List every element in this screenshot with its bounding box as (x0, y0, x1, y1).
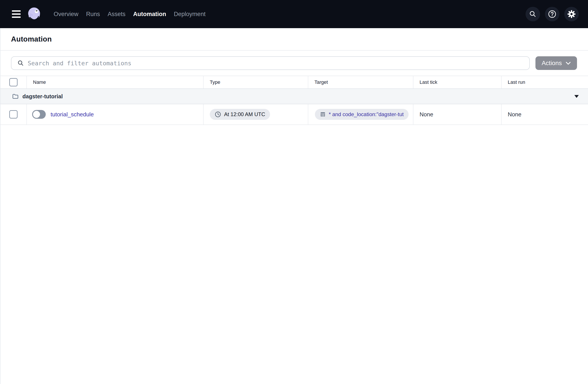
last-tick-value: None (420, 111, 433, 118)
column-header-name: Name (27, 76, 204, 88)
automation-toolbar: Actions (0, 51, 588, 76)
row-name-cell: tutorial_schedule (27, 104, 204, 125)
select-all-checkbox[interactable] (9, 78, 18, 86)
main-content: Automation Actions (0, 28, 588, 384)
automation-name-link[interactable]: tutorial_schedule (51, 111, 94, 118)
last-run-value: None (508, 111, 521, 118)
asset-table-icon (320, 111, 326, 117)
nav-item-automation[interactable]: Automation (133, 9, 166, 19)
row-last-tick-cell: None (413, 104, 502, 125)
row-checkbox-cell (0, 104, 27, 125)
row-target-cell: * and code_location:"dagster-tut (308, 104, 413, 125)
help-button[interactable] (545, 7, 559, 21)
nav-item-deployment[interactable]: Deployment (174, 9, 206, 19)
table-header-row: Name Type Target Last tick Last run (0, 76, 588, 89)
column-header-type: Type (204, 76, 308, 88)
page-header: Automation (0, 28, 588, 51)
settings-gear-icon (567, 10, 576, 18)
primary-navigation: Overview Runs Assets Automation Deployme… (54, 9, 206, 19)
schedule-type-pill[interactable]: At 12:00 AM UTC (210, 109, 270, 120)
navbar-icon-group (525, 7, 579, 21)
chevron-down-icon (566, 62, 571, 65)
help-icon (548, 10, 556, 18)
table-row: tutorial_schedule At 12:00 AM UTC (0, 104, 588, 125)
octopus-logo-icon (27, 7, 42, 21)
search-input[interactable] (28, 60, 524, 67)
schedule-toggle-off[interactable] (32, 110, 46, 119)
group-label: dagster-tutorial (22, 93, 63, 100)
column-header-last-run: Last run (502, 76, 588, 88)
hamburger-icon (12, 10, 21, 12)
menu-button[interactable] (12, 9, 21, 19)
target-selection-text: * and code_location:"dagster-tut (329, 111, 404, 117)
folder-icon (12, 93, 19, 100)
column-header-last-tick: Last tick (413, 76, 502, 88)
nav-item-runs[interactable]: Runs (86, 9, 100, 19)
global-search-button[interactable] (525, 7, 540, 21)
automations-table: Name Type Target Last tick Last run dags… (0, 76, 588, 125)
search-filter-box (11, 56, 530, 70)
row-type-cell: At 12:00 AM UTC (204, 104, 308, 125)
dagster-logo[interactable] (27, 7, 42, 21)
actions-button[interactable]: Actions (535, 56, 577, 70)
column-header-target: Target (308, 76, 413, 88)
actions-button-label: Actions (542, 60, 562, 67)
top-navbar: Overview Runs Assets Automation Deployme… (0, 0, 588, 28)
page-title: Automation (11, 35, 52, 43)
nav-item-assets[interactable]: Assets (108, 9, 126, 19)
group-row-dagster-tutorial[interactable]: dagster-tutorial (0, 89, 588, 104)
target-selection-pill[interactable]: * and code_location:"dagster-tut (315, 109, 409, 120)
row-last-run-cell: None (502, 104, 588, 125)
row-checkbox[interactable] (9, 110, 18, 119)
toggle-knob (33, 111, 40, 118)
app-root: Overview Runs Assets Automation Deployme… (0, 0, 588, 384)
nav-item-overview[interactable]: Overview (54, 9, 79, 19)
header-checkbox-cell (0, 76, 27, 88)
settings-button[interactable] (564, 7, 579, 21)
schedule-type-text: At 12:00 AM UTC (224, 111, 265, 117)
collapse-caret-icon[interactable] (574, 95, 579, 98)
search-icon (529, 10, 537, 18)
clock-icon (215, 111, 221, 118)
search-input-icon (17, 60, 24, 66)
